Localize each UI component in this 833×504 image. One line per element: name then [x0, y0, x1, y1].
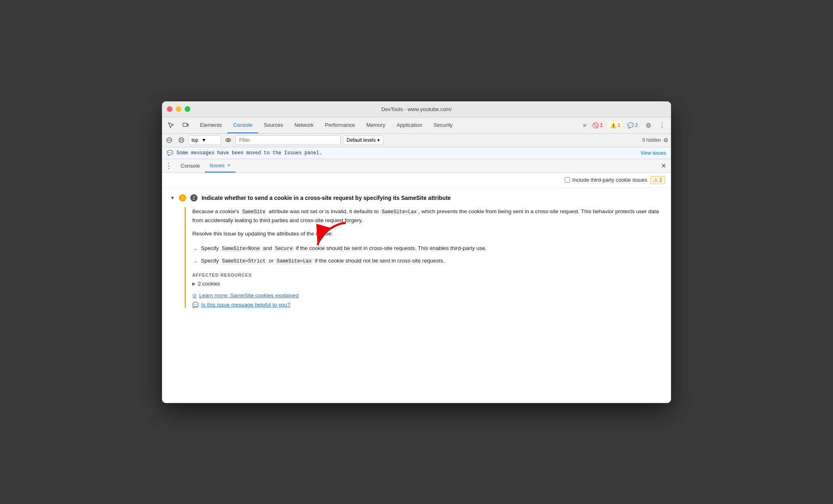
context-selector[interactable]: top ▼ — [189, 135, 221, 145]
info-icon: 💬 — [627, 122, 634, 128]
issues-warn-icon: ⚠ — [654, 177, 658, 183]
clear-console-icon[interactable] — [164, 135, 174, 145]
stop-log-icon[interactable] — [177, 135, 186, 145]
code-samesite: SameSite — [241, 209, 267, 215]
nav-icons — [165, 120, 191, 131]
tab-application[interactable]: Application — [391, 117, 428, 133]
levels-dropdown-icon: ▾ — [377, 137, 380, 143]
hidden-count-area: 9 hidden ⚙ — [642, 137, 669, 143]
window-controls — [167, 106, 190, 112]
close-button[interactable] — [167, 106, 172, 112]
tab-performance[interactable]: Performance — [319, 117, 360, 133]
view-issues-link[interactable]: View issues — [641, 150, 666, 156]
info-badge[interactable]: 💬 2 — [625, 122, 640, 129]
issue-resolve-text: Resolve this issue by updating the attri… — [192, 229, 663, 238]
issue-title: Indicate whether to send a cookie in a c… — [202, 195, 451, 201]
affected-title: AFFECTED RESOURCES — [192, 273, 663, 277]
context-dropdown-icon: ▼ — [202, 137, 206, 143]
svg-point-7 — [226, 139, 231, 142]
learn-more-icon: ⊙ — [192, 292, 197, 298]
tab-network[interactable]: Network — [289, 117, 320, 133]
error-count: 1 — [600, 122, 603, 128]
levels-label: Default levels — [347, 137, 376, 143]
settings-icon[interactable]: ⚙ — [643, 120, 654, 131]
code-strict: SameSite=Strict — [221, 258, 267, 265]
issue-body: Because a cookie's SameSite attribute wa… — [185, 207, 663, 308]
warn-count: 1 — [618, 122, 621, 128]
issue-header: ▼ ! 2 Indicate whether to send a cookie … — [170, 194, 663, 202]
tab-console-panel[interactable]: Console — [176, 159, 205, 172]
levels-dropdown[interactable]: Default levels ▾ — [343, 135, 383, 145]
code-samesite-lax: SameSite=Lax — [380, 209, 418, 215]
eye-icon[interactable] — [223, 135, 233, 145]
info-banner: 💬 Some messages have been moved to the I… — [162, 147, 671, 159]
nav-right: 🚫 1 ⚠️ 1 💬 2 ⚙ ⋮ — [590, 120, 668, 131]
panel-tab-menu-icon[interactable]: ⋮ — [165, 161, 172, 170]
bullet-arrow-1: → — [192, 245, 198, 254]
issues-warn-count-text: 2 — [659, 177, 662, 183]
maximize-button[interactable] — [185, 106, 190, 112]
tab-memory[interactable]: Memory — [361, 117, 391, 133]
code-none: SameSite=None — [221, 246, 262, 252]
issues-warn-count: ⚠ 2 — [650, 176, 665, 184]
more-tabs-button[interactable]: » — [580, 122, 590, 129]
filter-bar: Include third-party cookie issues ⚠ 2 — [162, 173, 671, 188]
code-lax: SameSite=Lax — [275, 258, 313, 265]
devtools-window: DevTools - www.youtube.com/ Elements Con — [162, 101, 671, 403]
tab-elements[interactable]: Elements — [194, 117, 227, 133]
issue-warn-icon: ! — [179, 194, 186, 202]
bullet-item-2: → Specify SameSite=Strict or SameSite=La… — [192, 256, 663, 266]
learn-more-link[interactable]: ⊙ Learn more: SameSite cookies explained — [192, 292, 663, 298]
filter-input[interactable] — [236, 135, 341, 145]
error-icon: 🚫 — [592, 122, 599, 128]
hidden-settings-icon[interactable]: ⚙ — [663, 137, 669, 143]
device-toolbar-icon[interactable] — [180, 120, 191, 131]
bullet-2-text: Specify SameSite=Strict or SameSite=Lax … — [201, 256, 445, 265]
banner-left: 💬 Some messages have been moved to the I… — [167, 150, 322, 156]
tab-security[interactable]: Security — [428, 117, 458, 133]
context-label: top — [191, 137, 198, 143]
links-section: ⊙ Learn more: SameSite cookies explained… — [192, 292, 663, 308]
svg-rect-0 — [183, 123, 187, 126]
issue-bullets: → Specify SameSite=None and Secure if th… — [192, 244, 663, 266]
svg-rect-1 — [187, 124, 188, 126]
bullet-item-1: → Specify SameSite=None and Secure if th… — [192, 244, 663, 254]
affected-item-text: 2 cookies — [198, 281, 220, 287]
feedback-link[interactable]: 💬 Is this issue message helpful to you? — [192, 302, 663, 308]
issue-para1: Because a cookie's SameSite attribute wa… — [192, 207, 663, 225]
nav-tabs: Elements Console Sources Network Perform… — [194, 117, 580, 133]
feedback-icon: 💬 — [192, 302, 199, 308]
banner-text: Some messages have been moved to the Iss… — [177, 150, 322, 156]
inspect-icon[interactable] — [165, 120, 177, 131]
window-title: DevTools - www.youtube.com/ — [381, 106, 452, 112]
svg-point-4 — [179, 138, 184, 143]
close-issues-tab-icon[interactable]: ✕ — [227, 163, 231, 168]
error-badge[interactable]: 🚫 1 — [590, 122, 605, 129]
issue-toggle-icon[interactable]: ▼ — [170, 195, 175, 201]
tab-issues-panel[interactable]: Issues ✕ — [205, 159, 236, 172]
warn-badge[interactable]: ⚠️ 1 — [608, 122, 623, 129]
issue-content: ▼ ! 2 Indicate whether to send a cookie … — [162, 188, 671, 403]
banner-icon: 💬 — [167, 150, 173, 156]
caret-icon: ▶ — [192, 281, 196, 286]
titlebar: DevTools - www.youtube.com/ — [162, 101, 671, 118]
warn-icon: ⚠️ — [610, 122, 616, 128]
devtools-nav: Elements Console Sources Network Perform… — [162, 118, 671, 134]
main-area: Include third-party cookie issues ⚠ 2 ▼ … — [162, 173, 671, 403]
bullet-1-text: Specify SameSite=None and Secure if the … — [201, 244, 487, 253]
panel-tabs: ⋮ Console Issues ✕ ✕ — [162, 159, 671, 173]
more-options-icon[interactable]: ⋮ — [656, 120, 668, 131]
bullet-arrow-2: → — [192, 257, 198, 266]
minimize-button[interactable] — [176, 106, 181, 112]
issue-count-badge: 2 — [190, 194, 198, 202]
tab-sources[interactable]: Sources — [258, 117, 289, 133]
issue-block: ▼ ! 2 Indicate whether to send a cookie … — [162, 188, 671, 316]
third-party-checkbox-label[interactable]: Include third-party cookie issues — [565, 177, 648, 183]
info-count: 2 — [635, 122, 638, 128]
svg-point-8 — [227, 139, 229, 141]
third-party-checkbox[interactable] — [565, 177, 570, 183]
affected-item[interactable]: ▶ 2 cookies — [192, 281, 663, 287]
hidden-count-text: 9 hidden — [642, 137, 661, 143]
close-panel-icon[interactable]: ✕ — [659, 160, 668, 171]
tab-console[interactable]: Console — [227, 117, 258, 133]
